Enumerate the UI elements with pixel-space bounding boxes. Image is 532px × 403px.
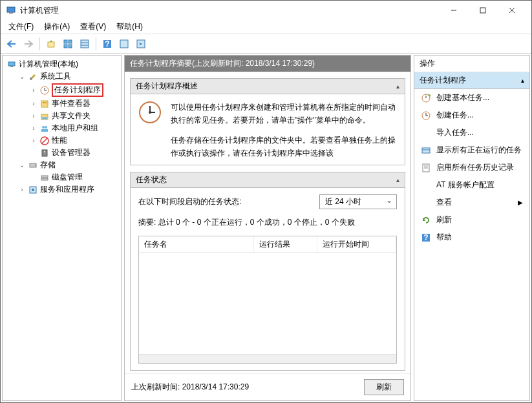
overview-section: 任务计划程序概述 ▴ 可以使用任务计划程序来创建和管理计算机将在所指定的时间自动…: [130, 78, 405, 165]
action-enable-history-label: 启用所有任务历史记录: [436, 162, 514, 173]
status-section: 任务状态 ▴ 在以下时间段启动的任务状态: 近 24 小时 摘要: 总计 0 个…: [130, 172, 405, 371]
computer-icon: [6, 59, 17, 70]
action-at-service[interactable]: AT 服务帐户配置: [414, 176, 529, 194]
svg-rect-9: [64, 45, 67, 48]
window-title: 计算机管理: [20, 5, 439, 16]
tree-device-manager[interactable]: 设备管理器: [28, 147, 120, 159]
actions-heading-label: 任务计划程序: [420, 75, 466, 86]
col-run-start[interactable]: 运行开始时间: [317, 236, 396, 253]
list-button[interactable]: [78, 37, 92, 51]
close-button[interactable]: [497, 1, 526, 19]
status-period-dropdown[interactable]: 近 24 小时: [319, 194, 397, 209]
tree-system-tools[interactable]: ⌄ 系统工具: [17, 70, 120, 83]
overview-section-header[interactable]: 任务计划程序概述 ▴: [130, 78, 405, 94]
tree-root-label: 计算机管理(本地): [19, 59, 78, 70]
action-create-basic-task[interactable]: 创建基本任务...: [414, 89, 529, 107]
services-icon: [28, 185, 38, 195]
action-import-task[interactable]: 导入任务...: [414, 124, 529, 141]
svg-point-45: [149, 111, 151, 114]
menu-view[interactable]: 查看(V): [76, 20, 110, 34]
forward-button[interactable]: [21, 37, 36, 51]
svg-point-27: [42, 117, 45, 119]
task-table-body: [139, 253, 396, 354]
svg-rect-51: [422, 148, 430, 153]
svg-rect-6: [48, 42, 54, 47]
svg-rect-11: [81, 40, 89, 48]
at-service-icon: [421, 180, 431, 191]
toolbar: ?: [1, 34, 531, 54]
tree-task-scheduler[interactable]: › 任务计划程序: [28, 83, 120, 98]
tree-device-manager-label: 设备管理器: [52, 147, 90, 158]
status-summary-text: 摘要: 总计 0 个 - 0 个正在运行，0 个成功，0 个停止，0 个失败: [138, 217, 397, 228]
svg-rect-19: [10, 66, 13, 67]
create-basic-icon: [421, 93, 431, 103]
action-help[interactable]: ? 帮助: [414, 229, 529, 246]
menu-help[interactable]: 帮助(H): [112, 20, 147, 34]
computer-management-window: 计算机管理 文件(F) 操作(A) 查看(V) 帮助(H) ? 计算机: [0, 0, 532, 403]
tree-storage-label: 存储: [40, 160, 56, 170]
submenu-arrow-icon: ▶: [518, 199, 523, 206]
svg-rect-16: [120, 40, 128, 48]
tree-services-apps[interactable]: › 服务和应用程序: [17, 183, 120, 196]
horizontal-scrollbar[interactable]: [139, 354, 396, 363]
tree-storage[interactable]: ⌄ 存储: [17, 159, 120, 171]
help-button[interactable]: ?: [100, 37, 114, 51]
tree-local-users-label: 本地用户和组: [52, 123, 98, 134]
svg-rect-10: [69, 45, 72, 48]
chevron-right-icon: ›: [30, 100, 37, 107]
tree-services-apps-label: 服务和应用程序: [40, 184, 94, 195]
up-button[interactable]: [44, 37, 58, 51]
tree-disk-mgmt[interactable]: 磁盘管理: [28, 171, 120, 183]
svg-point-30: [45, 126, 47, 129]
svg-text:?: ?: [423, 233, 428, 242]
properties-button[interactable]: [61, 37, 75, 51]
action-create-task[interactable]: 创建任务...: [414, 107, 529, 124]
tree-shared-folders[interactable]: › 共享文件夹: [28, 110, 120, 122]
svg-rect-1: [9, 12, 13, 14]
toolbar-extra-2[interactable]: [134, 37, 148, 51]
last-refresh-label: 上次刷新时间: 2018/3/14 17:30:29: [131, 382, 249, 393]
menu-file[interactable]: 文件(F): [5, 20, 37, 34]
refresh-icon: [421, 215, 431, 225]
refresh-button[interactable]: 刷新: [364, 379, 404, 395]
tree-performance[interactable]: › 性能: [28, 134, 120, 147]
minimize-button[interactable]: [439, 1, 468, 19]
collapse-icon[interactable]: ▴: [521, 77, 524, 84]
action-view[interactable]: 查看 ▶: [414, 194, 529, 211]
menu-action[interactable]: 操作(A): [40, 20, 74, 34]
back-button[interactable]: [5, 37, 19, 51]
chevron-right-icon: ›: [18, 186, 26, 193]
action-show-running[interactable]: 显示所有正在运行的任务: [414, 141, 529, 159]
action-enable-history[interactable]: 启用所有任务历史记录: [414, 159, 529, 176]
svg-rect-38: [41, 176, 48, 178]
col-task-name[interactable]: 任务名: [139, 236, 254, 253]
toolbar-extra-1[interactable]: [117, 37, 131, 51]
event-icon: [39, 99, 50, 109]
svg-point-20: [30, 78, 32, 80]
svg-rect-34: [42, 150, 47, 156]
action-refresh[interactable]: 刷新: [414, 211, 529, 229]
maximize-button[interactable]: [468, 1, 497, 19]
svg-point-37: [35, 165, 36, 166]
svg-rect-25: [43, 102, 47, 103]
clock-large-icon: [138, 101, 164, 158]
status-title: 任务状态: [136, 174, 167, 185]
svg-rect-18: [8, 62, 15, 66]
help-icon: ?: [421, 232, 431, 243]
create-task-icon: [421, 110, 431, 121]
tree-root-item[interactable]: 计算机管理(本地): [5, 58, 120, 70]
folder-icon: [39, 111, 50, 121]
status-section-header[interactable]: 任务状态 ▴: [130, 172, 405, 188]
status-period-label: 在以下时间段启动的任务状态:: [138, 196, 241, 207]
app-icon: [6, 5, 16, 16]
tree-pane: 计算机管理(本地) ⌄ 系统工具 › 任务计划程序: [2, 55, 122, 401]
content-area: 计算机管理(本地) ⌄ 系统工具 › 任务计划程序: [1, 54, 531, 402]
col-run-result[interactable]: 运行结果: [254, 236, 317, 253]
tree-task-scheduler-label: 任务计划程序: [52, 83, 103, 97]
tree-local-users[interactable]: › 本地用户和组: [28, 122, 120, 134]
action-view-label: 查看: [436, 197, 452, 208]
svg-rect-31: [41, 129, 48, 132]
import-icon: [421, 128, 431, 138]
tree-event-viewer[interactable]: › 事件查看器: [28, 98, 120, 110]
action-show-running-label: 显示所有正在运行的任务: [436, 145, 522, 156]
